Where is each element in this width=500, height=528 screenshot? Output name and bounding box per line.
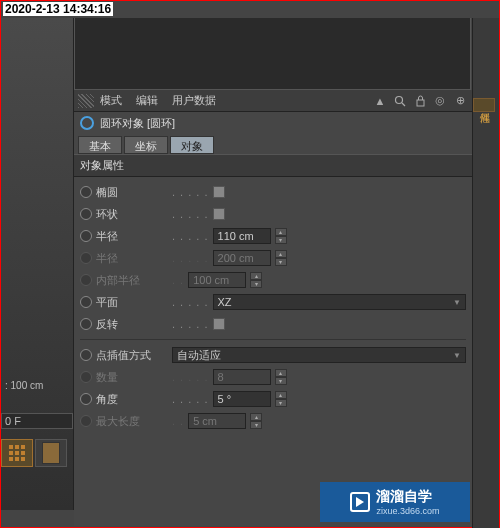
grid-spacing-readout: : 100 cm bbox=[1, 378, 73, 393]
new-tab-icon[interactable]: ⊕ bbox=[452, 93, 468, 109]
ellipse-label: 椭圆 bbox=[96, 185, 168, 200]
prop-ring: 环状 . . . . . bbox=[80, 203, 466, 225]
dots: . . . . . bbox=[172, 252, 209, 264]
interp-value: 自动适应 bbox=[177, 348, 221, 363]
menu-mode[interactable]: 模式 bbox=[100, 93, 122, 108]
dots: . . . . . bbox=[172, 230, 209, 242]
maxlen-input: 5 cm bbox=[188, 413, 246, 429]
prop-ellipse: 椭圆 . . . . . bbox=[80, 181, 466, 203]
menu-userdata[interactable]: 用户数据 bbox=[172, 93, 216, 108]
watermark: 溜溜自学 zixue.3d66.com bbox=[320, 482, 470, 522]
target-icon[interactable]: ◎ bbox=[432, 93, 448, 109]
panel-grip-icon[interactable] bbox=[78, 94, 94, 108]
chevron-down-icon: ▼ bbox=[453, 298, 461, 307]
watermark-url: zixue.3d66.com bbox=[376, 506, 439, 516]
anim-dot bbox=[80, 252, 92, 264]
right-toolbar-icon[interactable] bbox=[479, 24, 495, 56]
anim-dot[interactable] bbox=[80, 208, 92, 220]
search-icon[interactable] bbox=[392, 93, 408, 109]
object-title: 圆环对象 [圆环] bbox=[100, 116, 175, 131]
prop-interpolation: 点插值方式 自动适应 ▼ bbox=[80, 344, 466, 366]
anim-dot[interactable] bbox=[80, 186, 92, 198]
chevron-down-icon: ▼ bbox=[453, 351, 461, 360]
tab-object[interactable]: 对象 bbox=[170, 136, 214, 154]
anim-dot bbox=[80, 371, 92, 383]
radius2-label: 半径 bbox=[96, 251, 168, 266]
tile-grid-icon[interactable] bbox=[1, 439, 33, 467]
plane-label: 平面 bbox=[96, 295, 168, 310]
ring-checkbox[interactable] bbox=[213, 208, 225, 220]
tab-basic[interactable]: 基本 bbox=[78, 136, 122, 154]
prop-angle: 角度 . . . . . 5 ° ▴▾ bbox=[80, 388, 466, 410]
menu-edit[interactable]: 编辑 bbox=[136, 93, 158, 108]
frame-field[interactable]: 0 F bbox=[1, 413, 73, 429]
separator bbox=[80, 339, 466, 340]
tab-coord[interactable]: 坐标 bbox=[124, 136, 168, 154]
angle-spinner[interactable]: ▴▾ bbox=[275, 391, 287, 407]
palette-tiles bbox=[1, 439, 73, 469]
frame-value: 0 F bbox=[5, 415, 21, 427]
timeline-strip[interactable] bbox=[74, 18, 471, 90]
right-toolbar: 属性 bbox=[472, 18, 499, 528]
maxlen-spinner: ▴▾ bbox=[250, 413, 262, 429]
tile-film-icon[interactable] bbox=[35, 439, 67, 467]
anim-dot[interactable] bbox=[80, 230, 92, 242]
radius-label: 半径 bbox=[96, 229, 168, 244]
section-object-properties: 对象属性 bbox=[74, 154, 472, 177]
right-tab-attributes[interactable]: 属性 bbox=[473, 98, 495, 112]
interp-dropdown[interactable]: 自动适应 ▼ bbox=[172, 347, 466, 363]
dots: . . . . . bbox=[172, 296, 209, 308]
reverse-label: 反转 bbox=[96, 317, 168, 332]
interp-label: 点插值方式 bbox=[96, 348, 168, 363]
prop-plane: 平面 . . . . . XZ ▼ bbox=[80, 291, 466, 313]
prop-inner-radius: 内部半径 . . 100 cm ▴▾ bbox=[80, 269, 466, 291]
count-spinner: ▴▾ bbox=[275, 369, 287, 385]
svg-line-1 bbox=[402, 103, 405, 106]
anim-dot[interactable] bbox=[80, 349, 92, 361]
angle-label: 角度 bbox=[96, 392, 168, 407]
angle-input[interactable]: 5 ° bbox=[213, 391, 271, 407]
dots: . . bbox=[172, 415, 184, 427]
count-label: 数量 bbox=[96, 370, 168, 385]
svg-point-0 bbox=[396, 96, 403, 103]
dots: . . bbox=[172, 274, 184, 286]
ring-icon bbox=[80, 116, 94, 130]
dots: . . . . . bbox=[172, 186, 209, 198]
ellipse-checkbox[interactable] bbox=[213, 186, 225, 198]
anim-dot[interactable] bbox=[80, 318, 92, 330]
prop-radius2: 半径 . . . . . 200 cm ▴▾ bbox=[80, 247, 466, 269]
plane-value: XZ bbox=[218, 296, 232, 308]
timestamp-overlay: 2020-2-13 14:34:16 bbox=[3, 2, 113, 16]
tabs: 基本 坐标 对象 bbox=[74, 134, 472, 154]
inner-radius-spinner: ▴▾ bbox=[250, 272, 262, 288]
ring-label: 环状 bbox=[96, 207, 168, 222]
svg-rect-2 bbox=[417, 100, 424, 106]
inner-radius-label: 内部半径 bbox=[96, 273, 168, 288]
attribute-panel: 模式 编辑 用户数据 ▲ ◎ ⊕ 圆环对象 [圆环] 基本 坐标 对象 对象属性… bbox=[74, 90, 472, 526]
properties-list: 椭圆 . . . . . 环状 . . . . . 半径 . . . . . 1… bbox=[74, 177, 472, 436]
radius2-spinner: ▴▾ bbox=[275, 250, 287, 266]
watermark-brand: 溜溜自学 bbox=[376, 488, 439, 506]
anim-dot bbox=[80, 415, 92, 427]
nav-arrow-icon[interactable]: ▲ bbox=[372, 93, 388, 109]
prop-count: 数量 . . . . . 8 ▴▾ bbox=[80, 366, 466, 388]
dots: . . . . . bbox=[172, 318, 209, 330]
plane-dropdown[interactable]: XZ ▼ bbox=[213, 294, 466, 310]
count-input: 8 bbox=[213, 369, 271, 385]
anim-dot[interactable] bbox=[80, 393, 92, 405]
left-status: : 100 cm 0 F bbox=[1, 378, 73, 469]
prop-radius: 半径 . . . . . 110 cm ▴▾ bbox=[80, 225, 466, 247]
play-icon bbox=[350, 492, 370, 512]
dots: . . . . . bbox=[172, 208, 209, 220]
anim-dot bbox=[80, 274, 92, 286]
prop-maxlen: 最大长度 . . 5 cm ▴▾ bbox=[80, 410, 466, 432]
anim-dot[interactable] bbox=[80, 296, 92, 308]
inner-radius-input: 100 cm bbox=[188, 272, 246, 288]
dots: . . . . . bbox=[172, 371, 209, 383]
radius-input[interactable]: 110 cm bbox=[213, 228, 271, 244]
dots: . . . . . bbox=[172, 393, 209, 405]
lock-icon[interactable] bbox=[412, 93, 428, 109]
prop-reverse: 反转 . . . . . bbox=[80, 313, 466, 335]
reverse-checkbox[interactable] bbox=[213, 318, 225, 330]
radius-spinner[interactable]: ▴▾ bbox=[275, 228, 287, 244]
